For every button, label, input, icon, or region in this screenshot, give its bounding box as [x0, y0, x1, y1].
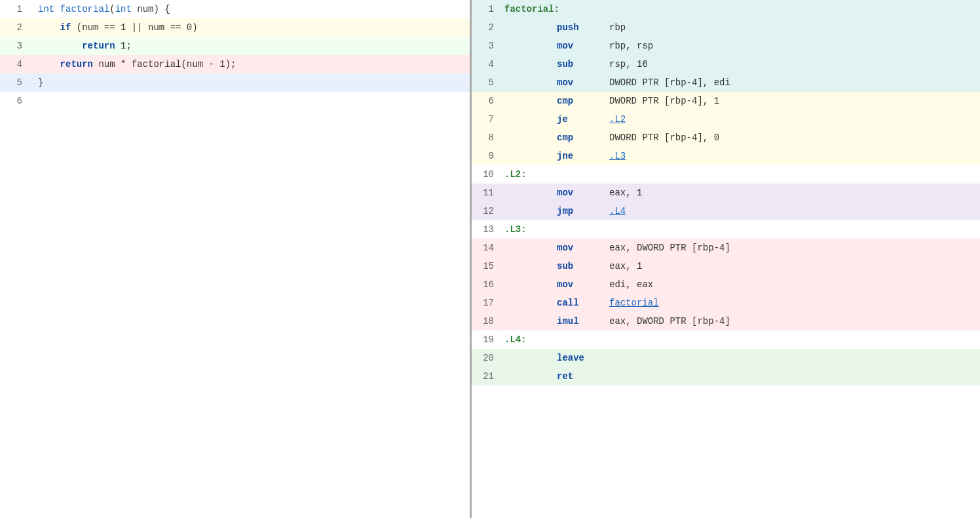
asm-line-4: 4subrsp, 16: [472, 55, 980, 73]
asm-operands: DWORD PTR [rbp-4], 1: [609, 92, 980, 110]
line-content: return 1;: [33, 37, 470, 55]
source-line-3: 3 return 1;: [0, 37, 470, 55]
line-number: 5: [0, 73, 33, 92]
asm-line-14: 14moveax, DWORD PTR [rbp-4]: [472, 239, 980, 257]
source-line-6: 6: [0, 92, 470, 110]
asm-operands: DWORD PTR [rbp-4], 0: [609, 129, 980, 147]
asm-line-number: 9: [472, 147, 504, 165]
asm-instruction: mov: [557, 275, 609, 294]
asm-line-3: 3movrbp, rsp: [472, 37, 980, 55]
asm-line-number: 21: [472, 367, 504, 386]
asm-instruction: leave: [557, 349, 609, 367]
asm-label: factorial:: [504, 0, 980, 18]
line-number: 2: [0, 18, 33, 37]
asm-instruction: sub: [557, 257, 609, 275]
source-line-5: 5}: [0, 73, 470, 92]
asm-operands: factorial: [609, 294, 980, 312]
asm-line-number: 11: [472, 184, 504, 202]
asm-label: .L4:: [504, 330, 980, 349]
asm-label: .L3:: [504, 220, 980, 239]
asm-line-15: 15subeax, 1: [472, 257, 980, 275]
asm-line-1: 1factorial:: [472, 0, 980, 18]
asm-line-13: 13.L3:: [472, 220, 980, 239]
asm-line-number: 6: [472, 92, 504, 110]
asm-instruction: je: [557, 110, 609, 129]
asm-label: .L2:: [504, 165, 980, 184]
left-pane: 1int factorial(int num) {2 if (num == 1 …: [0, 0, 472, 518]
asm-line-number: 4: [472, 55, 504, 73]
asm-line-19: 19.L4:: [472, 330, 980, 349]
asm-line-5: 5movDWORD PTR [rbp-4], edi: [472, 73, 980, 92]
asm-operands: eax, DWORD PTR [rbp-4]: [609, 312, 980, 330]
asm-operands: DWORD PTR [rbp-4], edi: [609, 73, 980, 92]
asm-line-number: 14: [472, 239, 504, 257]
asm-line-9: 9jne.L3: [472, 147, 980, 165]
asm-operands: .L2: [609, 110, 980, 129]
asm-line-number: 15: [472, 257, 504, 275]
asm-line-number: 7: [472, 110, 504, 129]
asm-line-number: 20: [472, 349, 504, 367]
asm-line-18: 18imuleax, DWORD PTR [rbp-4]: [472, 312, 980, 330]
source-line-4: 4 return num * factorial(num - 1);: [0, 55, 470, 73]
asm-instruction: mov: [557, 37, 609, 55]
asm-line-11: 11moveax, 1: [472, 184, 980, 202]
line-number: 3: [0, 37, 33, 55]
asm-line-number: 12: [472, 202, 504, 220]
asm-line-6: 6cmpDWORD PTR [rbp-4], 1: [472, 92, 980, 110]
asm-line-21: 21ret: [472, 367, 980, 386]
asm-operands: edi, eax: [609, 275, 980, 294]
asm-instruction: cmp: [557, 129, 609, 147]
asm-instruction: push: [557, 18, 609, 37]
asm-instruction: sub: [557, 55, 609, 73]
assembly-code: 1factorial:2pushrbp3movrbp, rsp4subrsp, …: [472, 0, 980, 386]
asm-operands: eax, 1: [609, 257, 980, 275]
asm-line-17: 17callfactorial: [472, 294, 980, 312]
asm-line-number: 19: [472, 330, 504, 349]
line-number: 4: [0, 55, 33, 73]
asm-line-2: 2pushrbp: [472, 18, 980, 37]
asm-line-number: 5: [472, 73, 504, 92]
asm-line-number: 3: [472, 37, 504, 55]
asm-instruction: ret: [557, 367, 609, 386]
line-content: return num * factorial(num - 1);: [33, 55, 470, 73]
asm-operands: [609, 367, 980, 386]
asm-line-8: 8cmpDWORD PTR [rbp-4], 0: [472, 129, 980, 147]
asm-line-number: 1: [472, 0, 504, 18]
source-line-2: 2 if (num == 1 || num == 0): [0, 18, 470, 37]
asm-instruction: call: [557, 294, 609, 312]
asm-operands: rsp, 16: [609, 55, 980, 73]
asm-line-number: 13: [472, 220, 504, 239]
asm-line-number: 16: [472, 275, 504, 294]
asm-operands: .L4: [609, 202, 980, 220]
asm-instruction: jmp: [557, 202, 609, 220]
asm-operands: .L3: [609, 147, 980, 165]
asm-operands: eax, 1: [609, 184, 980, 202]
source-line-1: 1int factorial(int num) {: [0, 0, 470, 18]
asm-instruction: mov: [557, 184, 609, 202]
asm-instruction: imul: [557, 312, 609, 330]
line-content: int factorial(int num) {: [33, 0, 470, 18]
asm-operands: rbp: [609, 18, 980, 37]
asm-line-7: 7je.L2: [472, 110, 980, 129]
asm-operands: eax, DWORD PTR [rbp-4]: [609, 239, 980, 257]
asm-instruction: cmp: [557, 92, 609, 110]
asm-line-16: 16movedi, eax: [472, 275, 980, 294]
right-pane: 1factorial:2pushrbp3movrbp, rsp4subrsp, …: [472, 0, 980, 518]
line-number: 6: [0, 92, 33, 110]
asm-line-number: 10: [472, 165, 504, 184]
source-code: 1int factorial(int num) {2 if (num == 1 …: [0, 0, 470, 110]
asm-line-12: 12jmp.L4: [472, 202, 980, 220]
asm-operands: rbp, rsp: [609, 37, 980, 55]
line-content: if (num == 1 || num == 0): [33, 18, 470, 37]
asm-operands: [609, 349, 980, 367]
asm-line-10: 10.L2:: [472, 165, 980, 184]
asm-instruction: mov: [557, 73, 609, 92]
asm-instruction: mov: [557, 239, 609, 257]
asm-line-number: 8: [472, 129, 504, 147]
line-number: 1: [0, 0, 33, 18]
line-content: }: [33, 73, 470, 92]
asm-instruction: jne: [557, 147, 609, 165]
asm-line-number: 17: [472, 294, 504, 312]
asm-line-number: 18: [472, 312, 504, 330]
asm-line-20: 20leave: [472, 349, 980, 367]
